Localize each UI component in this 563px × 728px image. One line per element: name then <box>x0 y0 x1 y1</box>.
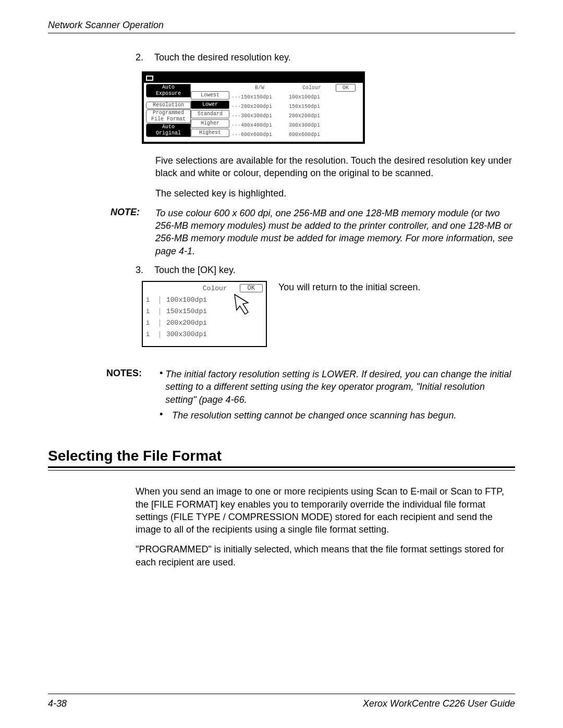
resolution-screen-illustration: Auto Exposure Resolution Programmed File… <box>142 71 365 144</box>
note-item-2: • The resolution setting cannot be chang… <box>160 409 515 422</box>
lowest-button[interactable]: Lowest <box>191 91 229 100</box>
note-block: NOTE: To use colour 600 x 600 dpi, one 2… <box>111 207 515 257</box>
section-heading: Selecting the File Format <box>48 448 515 464</box>
i-marker: i <box>143 297 160 304</box>
tab-auto-label: Auto <box>162 84 175 90</box>
standard-button[interactable]: Standard <box>191 110 229 118</box>
step-2: 2. Touch the desired resolution key. <box>136 52 515 63</box>
bullet-icon: • <box>160 409 172 422</box>
paragraph-selected-key: The selected key is highlighted. <box>155 187 515 200</box>
colour-150[interactable]: 150x150dpi <box>288 103 335 111</box>
svg-rect-1 <box>147 77 152 80</box>
tab-auto2-label: Auto <box>162 124 175 130</box>
tab-auto-exposure[interactable]: Auto Exposure <box>146 84 191 97</box>
res-100[interactable]: 100x100dpi <box>166 296 207 304</box>
colour-300[interactable]: 300x300dpi <box>288 121 335 130</box>
row-200: i 200x200dpi <box>143 319 263 327</box>
res-200[interactable]: 200x200dpi <box>166 319 207 327</box>
step-3: 3. Touch the [OK] key. <box>136 265 515 276</box>
bw-400[interactable]: ···400x400dpi <box>230 121 288 130</box>
step-text: Touch the desired resolution key. <box>154 52 515 63</box>
i-marker: i <box>143 331 160 338</box>
step-number: 2. <box>136 52 154 63</box>
notes-body: • The initial factory resolution setting… <box>160 368 515 425</box>
tab-auto-original[interactable]: Auto Original <box>146 124 191 137</box>
note-label: NOTE: <box>111 207 155 257</box>
window-icon <box>146 76 153 81</box>
colour-600[interactable]: 600x600dpi <box>288 131 335 139</box>
body-paragraph-2: "PROGRAMMED" is initially selected, whic… <box>136 543 515 569</box>
bw-header: B/W <box>230 84 288 92</box>
cursor-icon <box>232 292 253 317</box>
highest-button[interactable]: Highest <box>191 129 229 137</box>
ok-column: OK <box>336 84 356 139</box>
note-text-1: The initial factory resolution setting i… <box>165 368 515 406</box>
notes-block: NOTES: • The initial factory resolution … <box>106 368 515 425</box>
footer-title: Xerox WorkCentre C226 User Guide <box>363 698 515 709</box>
ok-button[interactable]: OK <box>336 84 356 92</box>
page-footer: 4-38 Xerox WorkCentre C226 User Guide <box>48 694 515 709</box>
i-marker: i <box>143 319 160 327</box>
screen-titlebar <box>144 73 363 83</box>
paragraph-five-selections: Five selections are available for the re… <box>155 154 515 180</box>
step-number: 3. <box>136 265 154 276</box>
colour-200[interactable]: 200x200dpi <box>288 112 335 120</box>
tab-programmed-label: Programmed <box>153 110 184 116</box>
blank-header <box>191 84 229 90</box>
colour-header: Colour <box>288 84 335 92</box>
note-body: To use colour 600 x 600 dpi, one 256-MB … <box>155 207 515 257</box>
section-rule <box>48 466 515 471</box>
bw-column: B/W ···150x150dpi ···200x200dpi ···300x3… <box>230 84 288 139</box>
res-150[interactable]: 150x150dpi <box>166 307 207 315</box>
bw-300[interactable]: ···300x300dpi <box>230 112 288 120</box>
tab-programmed-fileformat[interactable]: Programmed File Format <box>146 109 191 123</box>
document-page: Network Scanner Operation 2. Touch the d… <box>0 0 563 728</box>
page-header: Network Scanner Operation <box>48 20 515 33</box>
level-buttons-column: Lowest Lower Standard Higher Highest <box>191 84 229 139</box>
screen2-and-text: Colour OK i 100x100dpi i 150x150dpi i 20… <box>142 281 515 347</box>
colour-100[interactable]: 100x100dpi <box>288 93 335 102</box>
bw-200[interactable]: ···200x200dpi <box>230 103 288 111</box>
bw-600[interactable]: ···600x600dpi <box>230 131 288 139</box>
bw-150[interactable]: ···150x150dpi <box>230 93 288 102</box>
step-text: Touch the [OK] key. <box>154 265 515 276</box>
note-text-2: The resolution setting cannot be changed… <box>172 409 456 422</box>
page-number: 4-38 <box>48 698 67 709</box>
colour-label: Colour <box>203 285 227 292</box>
note-item-1: • The initial factory resolution setting… <box>160 368 515 406</box>
tab-exposure-label: Exposure <box>156 91 181 96</box>
higher-button[interactable]: Higher <box>191 119 229 128</box>
bullet-icon: • <box>160 368 165 406</box>
tab-original-label: Original <box>156 130 181 136</box>
res-300[interactable]: 300x300dpi <box>166 330 207 338</box>
row-300: i 300x300dpi <box>143 330 263 338</box>
left-tabs-column: Auto Exposure Resolution Programmed File… <box>146 84 191 139</box>
notes-label: NOTES: <box>106 368 160 425</box>
return-text: You will return to the initial screen. <box>278 282 420 347</box>
tab-resolution[interactable]: Resolution <box>146 102 191 109</box>
ok-button-2[interactable]: OK <box>240 284 263 292</box>
ok-screen-illustration: Colour OK i 100x100dpi i 150x150dpi i 20… <box>142 281 267 347</box>
colour-column: Colour 100x100dpi 150x150dpi 200x200dpi … <box>288 84 335 139</box>
lower-button[interactable]: Lower <box>191 101 229 109</box>
tab-fileformat-label: File Format <box>151 116 186 122</box>
body-paragraph-1: When you send an image to one or more re… <box>136 485 515 536</box>
i-marker: i <box>143 308 160 315</box>
